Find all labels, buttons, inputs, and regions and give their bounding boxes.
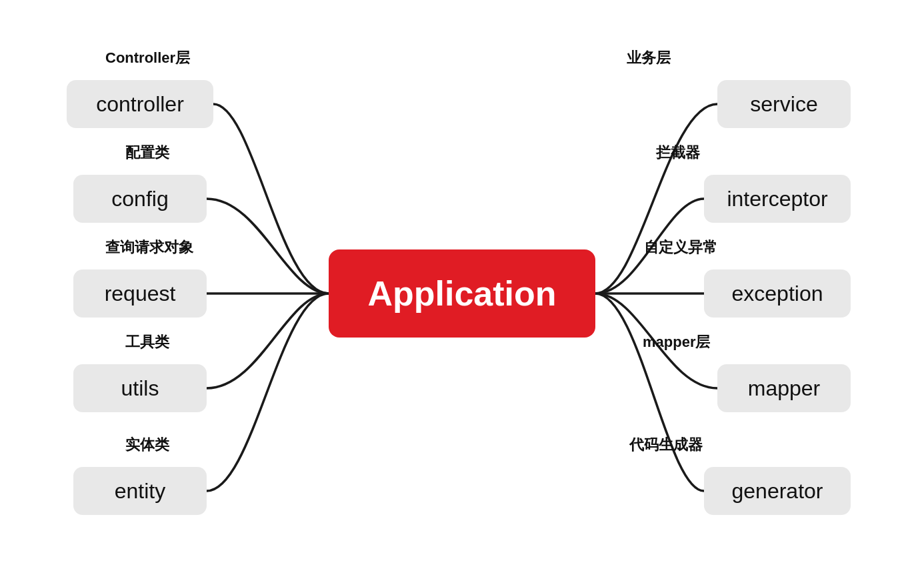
center-label: Application: [367, 273, 556, 314]
label-controller: Controller层: [105, 48, 190, 68]
node-config: config: [73, 175, 207, 223]
mind-map-diagram: Application Controller层 配置类 查询请求对象 工具类 实…: [0, 0, 924, 587]
node-request: request: [73, 269, 207, 318]
node-controller: controller: [67, 80, 213, 128]
label-mapper: mapper层: [643, 332, 710, 352]
label-service: 业务层: [627, 48, 671, 68]
node-entity: entity: [73, 467, 207, 515]
label-generator: 代码生成器: [629, 435, 703, 455]
node-utils: utils: [73, 364, 207, 412]
node-generator: generator: [704, 467, 851, 515]
label-interceptor: 拦截器: [656, 143, 700, 163]
node-mapper: mapper: [717, 364, 851, 412]
label-config: 配置类: [125, 143, 169, 163]
label-request: 查询请求对象: [105, 237, 193, 257]
node-service: service: [717, 80, 851, 128]
node-exception: exception: [704, 269, 851, 318]
label-exception: 自定义异常: [644, 237, 717, 257]
node-interceptor: interceptor: [704, 175, 851, 223]
label-entity: 实体类: [125, 435, 169, 455]
center-node: Application: [329, 249, 595, 338]
label-utils: 工具类: [125, 332, 169, 352]
